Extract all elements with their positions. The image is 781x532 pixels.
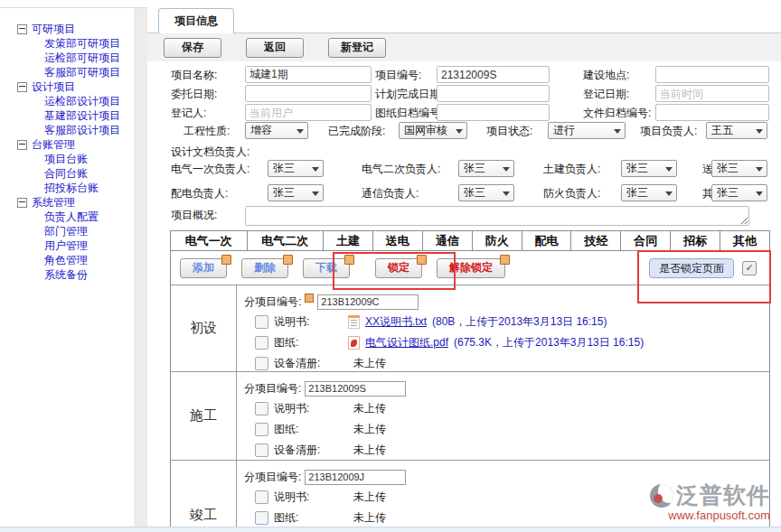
sidebar-item-kefu-sheji[interactable]: 客服部设计项目 bbox=[0, 123, 134, 137]
plan-finish-date-label: 计划完成日期: bbox=[375, 85, 443, 103]
stage-content: 分项目编号: 说明书: XX说明书.txt (80B，上传于2013年3月13日… bbox=[237, 285, 769, 371]
sidebar-group-label[interactable]: 台账管理 bbox=[32, 137, 75, 153]
chevron-down-icon bbox=[312, 191, 319, 200]
add-button[interactable]: 添加 bbox=[180, 258, 227, 278]
new-window-icon bbox=[283, 255, 293, 265]
power-send-leader-select[interactable]: 张三 bbox=[711, 160, 767, 177]
tab-civil[interactable]: 土建 bbox=[324, 231, 373, 250]
collapse-minus-icon[interactable] bbox=[17, 82, 27, 92]
finished-stage-select[interactable]: 国网审核 bbox=[399, 122, 467, 139]
doc-label: 设备清册: bbox=[274, 443, 335, 458]
lock-button[interactable]: 锁定 bbox=[375, 258, 422, 278]
collapse-minus-icon[interactable] bbox=[17, 140, 27, 150]
sidebar-item-yunjian-sheji[interactable]: 运检部设计项目 bbox=[0, 94, 134, 108]
sidebar-item-yunjian-keyan[interactable]: 运检部可研项目 bbox=[0, 51, 134, 65]
checkbox[interactable] bbox=[255, 490, 268, 504]
new-register-button[interactable]: 新登记 bbox=[328, 38, 386, 58]
civil-leader-select[interactable]: 张三 bbox=[621, 160, 677, 177]
checkbox[interactable] bbox=[255, 511, 268, 525]
file-link[interactable]: XX说明书.txt bbox=[365, 314, 427, 330]
checkbox[interactable] bbox=[255, 315, 268, 329]
collapse-minus-icon[interactable] bbox=[17, 198, 27, 208]
download-button[interactable]: 下载 bbox=[303, 258, 350, 278]
unlock-button[interactable]: 解除锁定 bbox=[437, 258, 505, 278]
tab-tech-econ[interactable]: 技经 bbox=[571, 231, 621, 250]
checkbox[interactable] bbox=[255, 443, 268, 457]
file-archive-no-input[interactable] bbox=[655, 104, 769, 121]
register-date-input[interactable] bbox=[655, 85, 769, 102]
registrant-input[interactable] bbox=[245, 104, 372, 121]
comm-leader-select[interactable]: 张三 bbox=[458, 184, 514, 201]
drawing-archive-no-input[interactable] bbox=[437, 104, 550, 121]
tab-contract[interactable]: 合同 bbox=[621, 231, 671, 250]
sidebar-group-keyan[interactable]: 可研项目 bbox=[0, 22, 134, 36]
sidebar-group-label[interactable]: 系统管理 bbox=[32, 195, 75, 210]
sidebar-item-role-mgmt[interactable]: 角色管理 bbox=[0, 253, 134, 267]
elec-secondary-leader-select[interactable]: 张三 bbox=[458, 160, 514, 177]
sidebar-group-taizhang[interactable]: 台账管理 bbox=[0, 137, 134, 152]
project-overview-textarea[interactable] bbox=[245, 206, 749, 226]
select-value: 进行 bbox=[553, 123, 610, 138]
entrust-date-input[interactable] bbox=[245, 85, 372, 102]
tab-elec-primary[interactable]: 电气一次 bbox=[171, 231, 248, 250]
project-no-input[interactable] bbox=[437, 66, 550, 83]
action-toolbar: 保存 返回 新登记 bbox=[147, 33, 781, 61]
chevron-down-icon bbox=[296, 129, 304, 137]
project-nature-select[interactable]: 增容 bbox=[245, 122, 308, 139]
bottom-scrollbar[interactable] bbox=[0, 527, 781, 532]
distribution-leader-select[interactable]: 张三 bbox=[268, 184, 324, 201]
tab-distribution[interactable]: 配电 bbox=[522, 231, 572, 250]
checkbox[interactable] bbox=[255, 423, 268, 436]
file-link[interactable]: 电气设计图纸.pdf bbox=[365, 335, 448, 350]
tab-bid[interactable]: 招标 bbox=[671, 231, 720, 250]
project-status-select[interactable]: 进行 bbox=[548, 122, 626, 139]
sidebar-item-kefu-keyan[interactable]: 客服部可研项目 bbox=[0, 65, 134, 79]
select-value: 张三 bbox=[464, 161, 499, 176]
back-button[interactable]: 返回 bbox=[246, 38, 304, 58]
sidebar-item-face-keyan[interactable]: 发策部可研项目 bbox=[0, 36, 134, 51]
project-name-input[interactable] bbox=[245, 66, 372, 83]
tab-power-send[interactable]: 送电 bbox=[373, 231, 423, 250]
tab-elec-secondary[interactable]: 电气二次 bbox=[248, 231, 325, 250]
elec-primary-leader-select[interactable]: 张三 bbox=[268, 160, 324, 177]
sub-project-no-input[interactable] bbox=[305, 470, 406, 485]
stage-content: 分项目编号: 说明书: 未上传 图纸: 未上传 bbox=[237, 372, 769, 460]
sidebar-item-backup[interactable]: 系统备份 bbox=[0, 267, 134, 282]
sidebar: 可研项目 发策部可研项目 运检部可研项目 客服部可研项目 设计项目 运检部设计项… bbox=[0, 8, 134, 527]
sidebar-item-project-ledger[interactable]: 项目台账 bbox=[0, 152, 134, 166]
sidebar-item-contract-ledger[interactable]: 合同台账 bbox=[0, 166, 134, 181]
sidebar-group-system[interactable]: 系统管理 bbox=[0, 195, 134, 210]
chevron-down-icon bbox=[503, 167, 510, 175]
fire-leader-select[interactable]: 张三 bbox=[621, 184, 677, 201]
sidebar-group-label[interactable]: 可研项目 bbox=[32, 22, 75, 37]
watermark-brand: 泛普软件 bbox=[676, 481, 770, 510]
sub-project-no-input[interactable] bbox=[317, 294, 419, 310]
sidebar-group-sheji[interactable]: 设计项目 bbox=[0, 79, 134, 94]
sidebar-group-label[interactable]: 设计项目 bbox=[32, 79, 75, 95]
checkbox[interactable] bbox=[255, 357, 268, 370]
upload-status: 未上传 bbox=[353, 356, 386, 371]
checkbox[interactable] bbox=[255, 336, 268, 350]
checkbox[interactable] bbox=[255, 402, 268, 415]
save-button[interactable]: 保存 bbox=[164, 38, 221, 58]
tab-comm[interactable]: 通信 bbox=[423, 231, 473, 250]
fire-leader-label: 防火负责人: bbox=[543, 184, 600, 202]
collapse-minus-icon[interactable] bbox=[17, 24, 27, 34]
sidebar-item-bid-ledger[interactable]: 招投标台账 bbox=[0, 181, 134, 195]
sidebar-item-leader-config[interactable]: 负责人配置 bbox=[0, 210, 134, 224]
other-leader-select[interactable]: 张三 bbox=[711, 184, 767, 201]
sidebar-item-dept-mgmt[interactable]: 部门管理 bbox=[0, 224, 134, 238]
chevron-down-icon bbox=[614, 129, 621, 137]
sidebar-item-jijian-sheji[interactable]: 基建部设计项目 bbox=[0, 108, 134, 123]
sub-project-no-input[interactable] bbox=[305, 381, 406, 397]
tab-project-info[interactable]: 项目信息 bbox=[158, 8, 234, 33]
build-site-input[interactable] bbox=[655, 66, 769, 83]
sidebar-item-user-mgmt[interactable]: 用户管理 bbox=[0, 238, 134, 253]
delete-button[interactable]: 删除 bbox=[241, 258, 288, 278]
lock-page-checkbox[interactable]: ✓ bbox=[742, 261, 757, 275]
plan-finish-date-input[interactable] bbox=[437, 85, 550, 102]
tab-other[interactable]: 其他 bbox=[720, 231, 769, 250]
tab-fire[interactable]: 防火 bbox=[473, 231, 522, 250]
project-leader-select[interactable]: 王五 bbox=[706, 122, 767, 139]
lock-page-label[interactable]: 是否锁定页面 bbox=[649, 258, 734, 278]
